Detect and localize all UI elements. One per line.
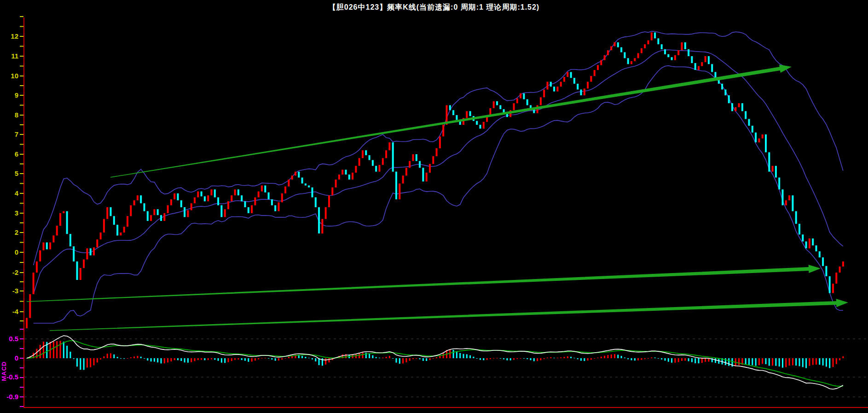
- candle: [604, 55, 606, 60]
- macd-bar: [436, 357, 437, 358]
- candle: [677, 50, 679, 55]
- candle: [268, 192, 270, 199]
- candle: [325, 207, 327, 219]
- candle: [76, 262, 78, 280]
- macd-bar: [197, 358, 199, 360]
- candle: [113, 216, 115, 225]
- macd-bar: [386, 357, 387, 358]
- macd-bar: [469, 355, 471, 358]
- macd-bar: [476, 358, 478, 359]
- candle: [234, 189, 236, 195]
- candle: [305, 184, 307, 186]
- candle: [63, 211, 64, 213]
- candle: [735, 107, 736, 111]
- candle: [657, 38, 659, 44]
- macd-bar: [782, 358, 783, 368]
- candle: [513, 103, 515, 110]
- macd-bar: [497, 358, 498, 359]
- candle: [748, 119, 750, 126]
- macd-bar: [560, 357, 561, 358]
- candle: [103, 219, 105, 233]
- macd-bar: [325, 358, 326, 365]
- candle: [80, 268, 81, 280]
- macd-bar: [644, 358, 646, 359]
- macd-bar: [601, 357, 602, 358]
- candle: [755, 133, 757, 142]
- axis-tick: [20, 124, 23, 125]
- candle: [130, 205, 132, 216]
- candle: [523, 93, 525, 99]
- candle: [177, 193, 179, 200]
- macd-bar: [627, 358, 629, 359]
- macd-bar: [359, 353, 360, 358]
- macd-bar: [137, 356, 138, 358]
- candle: [96, 239, 98, 247]
- candle: [388, 142, 390, 150]
- candle: [711, 64, 713, 72]
- candle: [153, 209, 155, 215]
- macd-bar: [379, 358, 380, 358]
- main-axis-label: -2: [12, 268, 18, 276]
- candle: [570, 72, 572, 78]
- macd-bar: [671, 358, 672, 363]
- candle: [288, 180, 289, 186]
- macd-bar: [567, 356, 568, 358]
- axis-tick: [20, 396, 23, 397]
- axis-tick: [20, 193, 23, 194]
- candle: [758, 139, 760, 143]
- candle: [315, 198, 317, 208]
- candle: [701, 62, 703, 66]
- macd-bar: [789, 358, 790, 366]
- app-window: 【胆026中123】频率K线(当前遗漏:0 周期:1 理论周期:1.52) 12…: [0, 0, 868, 413]
- macd-bar: [819, 358, 820, 365]
- macd-bar: [533, 358, 535, 361]
- macd-bar: [208, 358, 209, 360]
- candle: [174, 193, 175, 199]
- candle: [284, 186, 286, 193]
- candle: [694, 63, 696, 70]
- macd-bar: [56, 341, 58, 358]
- candle: [69, 234, 71, 246]
- macd-bar: [715, 358, 716, 363]
- candle: [624, 52, 625, 58]
- macd-bar: [611, 355, 612, 358]
- macd-bar: [187, 358, 189, 363]
- macd-bar: [809, 358, 810, 366]
- candle: [768, 152, 770, 172]
- axis-tick: [20, 163, 23, 164]
- macd-bar: [779, 358, 780, 366]
- macd-bar: [110, 353, 111, 358]
- candle: [194, 198, 196, 204]
- candle: [318, 207, 320, 233]
- macd-bar: [170, 358, 172, 361]
- candle: [56, 226, 58, 235]
- macd-bar: [493, 358, 494, 359]
- macd-bar: [573, 358, 575, 358]
- candle: [157, 209, 159, 215]
- candle: [231, 195, 232, 201]
- macd-bar: [177, 358, 179, 360]
- macd-bar: [123, 358, 125, 359]
- macd-bar: [540, 358, 541, 360]
- macd-bar: [66, 346, 68, 358]
- macd-bar: [688, 358, 689, 361]
- macd-bar: [466, 354, 468, 358]
- macd-bar: [570, 357, 572, 358]
- candle: [426, 173, 428, 181]
- candle: [496, 101, 498, 105]
- candle: [184, 207, 185, 217]
- candle: [432, 156, 434, 164]
- axis-tick: [20, 105, 23, 106]
- macd-bar: [211, 358, 212, 359]
- macd-bar: [456, 351, 457, 358]
- macd-axis-label: -0.9: [6, 393, 18, 401]
- macd-bar: [271, 358, 272, 360]
- candle: [580, 89, 582, 95]
- macd-bar: [355, 354, 357, 358]
- kline-chart[interactable]: 121110987654320-2-3-40.50-0.5-0.9: [0, 0, 868, 413]
- macd-bar: [557, 358, 558, 358]
- candle: [698, 66, 700, 70]
- candle: [355, 166, 357, 173]
- macd-bar: [224, 358, 226, 363]
- axis-tick: [20, 320, 23, 321]
